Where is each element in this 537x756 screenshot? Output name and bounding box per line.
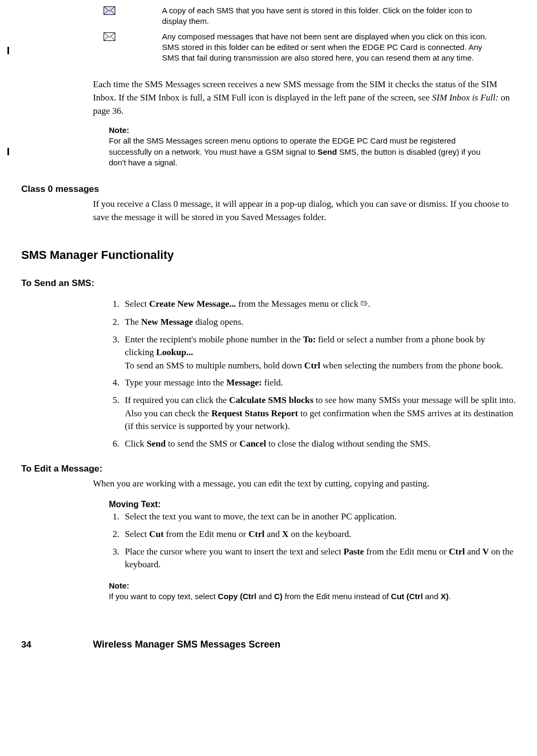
list-item: Type your message into the Message: fiel… <box>122 376 516 390</box>
icon-row-unsent: Any composed messages that have not been… <box>104 31 516 64</box>
new-message-icon <box>361 298 368 312</box>
note-copy: Note: If you want to copy text, select C… <box>109 581 495 602</box>
list-item: The New Message dialog opens. <box>122 316 516 329</box>
heading-to-edit: To Edit a Message: <box>21 464 516 474</box>
unsent-description: Any composed messages that have not been… <box>162 31 491 64</box>
steps-send: Select Create New Message... from the Me… <box>109 298 516 450</box>
envelope-unsent-icon <box>104 33 115 43</box>
steps-moving: Select the text you want to move, the te… <box>109 510 516 572</box>
to-edit-body: When you are working with a message, you… <box>93 477 516 491</box>
footer-title: Wireless Manager SMS Messages Screen <box>93 639 280 650</box>
heading-class0: Class 0 messages <box>21 184 516 195</box>
envelope-sent-icon <box>104 7 115 16</box>
sim-paragraph: Each time the SMS Messages screen receiv… <box>93 78 516 117</box>
heading-sms-manager: SMS Manager Functionality <box>21 248 516 262</box>
list-item: Click Send to send the SMS or Cancel to … <box>122 438 516 451</box>
change-bar <box>7 148 9 155</box>
note-network: Note: For all the SMS Messages screen me… <box>109 125 495 168</box>
list-item: If required you can click the Calculate … <box>122 394 516 433</box>
page-footer: 34 Wireless Manager SMS Messages Screen <box>21 639 516 650</box>
class0-body: If you receive a Class 0 message, it wil… <box>93 198 516 224</box>
list-item: Select Create New Message... from the Me… <box>122 298 516 311</box>
list-item: Select the text you want to move, the te… <box>122 510 516 524</box>
page-number: 34 <box>21 640 93 650</box>
list-item: Place the cursor where you want to inser… <box>122 545 516 572</box>
heading-to-send: To Send an SMS: <box>21 278 516 289</box>
list-item: Select Cut from the Edit menu or Ctrl an… <box>122 528 516 541</box>
list-item: Enter the recipient's mobile phone numbe… <box>122 333 516 373</box>
heading-moving-text: Moving Text: <box>109 500 516 509</box>
sent-description: A copy of each SMS that you have sent is… <box>162 5 491 27</box>
icon-row-sent: A copy of each SMS that you have sent is… <box>104 5 516 27</box>
change-bar <box>7 47 9 54</box>
